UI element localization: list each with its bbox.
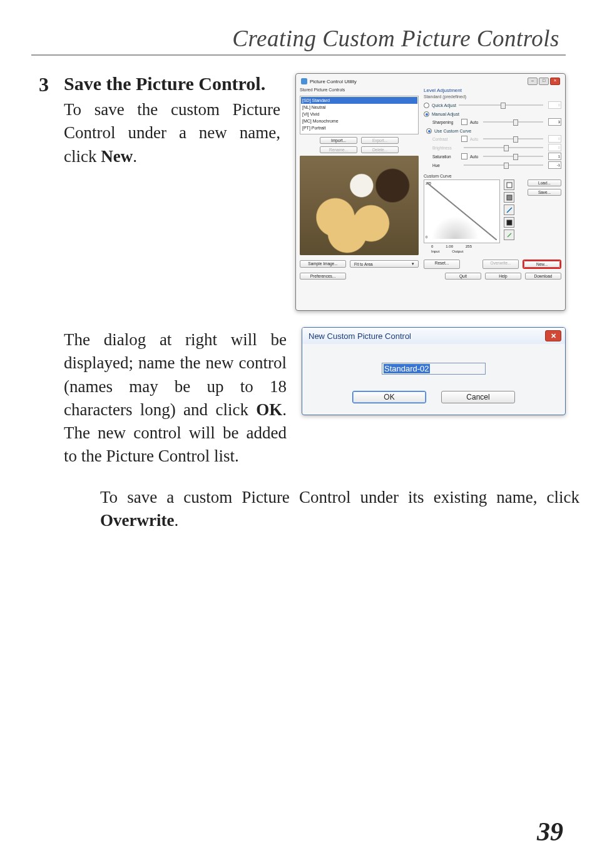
chapter-title: Creating Custom Picture Controls bbox=[31, 25, 559, 52]
reset-button[interactable]: Reset... bbox=[424, 260, 460, 269]
chapter-divider bbox=[31, 54, 566, 56]
overwrite-para-key: Overwrite bbox=[100, 511, 174, 530]
overwrite-para-pre: To save a custom Picture Control under i… bbox=[100, 488, 579, 507]
overwrite-para-post: . bbox=[174, 511, 178, 530]
list-item[interactable]: [NL] Neutral bbox=[301, 104, 417, 111]
curve-y-255: 255 bbox=[426, 181, 431, 185]
manual-adjust-radio[interactable] bbox=[424, 111, 429, 117]
chevron-down-icon: ▾ bbox=[412, 261, 414, 266]
step-number: 3 bbox=[31, 73, 49, 94]
list-item[interactable]: [SD] Standard bbox=[301, 97, 417, 104]
step-body-pre: To save the custom Picture Control under… bbox=[64, 100, 280, 166]
sharpening-auto-check[interactable] bbox=[461, 119, 467, 125]
saturation-slider[interactable] bbox=[483, 156, 543, 157]
level-adjustment-subtitle: Standard (predefined) bbox=[424, 94, 561, 99]
import-button[interactable]: Import... bbox=[320, 137, 357, 144]
quick-adjust-slider[interactable] bbox=[459, 104, 543, 106]
white-point-tool-icon[interactable] bbox=[504, 179, 514, 190]
dialog-description: The dialog at right will be displayed; n… bbox=[64, 328, 287, 468]
fit-to-area-label: Fit to Area bbox=[354, 262, 373, 266]
dialog-desc-key: OK bbox=[256, 400, 282, 419]
overwrite-button[interactable]: Overwrite... bbox=[482, 260, 519, 269]
app-logo-icon bbox=[301, 78, 307, 84]
step-body: To save the custom Picture Control under… bbox=[64, 98, 280, 168]
quick-adjust-label: Quick Adjust bbox=[432, 103, 456, 108]
save-curve-button[interactable]: Save... bbox=[528, 189, 561, 196]
output-axis-label: Output bbox=[452, 250, 463, 253]
minimize-button[interactable]: – bbox=[528, 78, 538, 85]
hue-slider[interactable] bbox=[464, 164, 543, 166]
black-point-tool-icon[interactable] bbox=[504, 217, 514, 228]
dialog-close-button[interactable]: ✕ bbox=[545, 330, 561, 341]
close-button[interactable]: × bbox=[550, 78, 560, 85]
add-point-tool-icon[interactable] bbox=[504, 204, 514, 215]
gray-point-tool-icon[interactable] bbox=[504, 192, 514, 203]
custom-curve-editor[interactable]: 255 0 bbox=[424, 179, 500, 243]
contrast-label: Contrast bbox=[432, 137, 459, 141]
brightness-slider bbox=[464, 147, 543, 148]
saturation-label: Saturation bbox=[432, 154, 459, 159]
list-item[interactable]: [VI] Vivid bbox=[301, 111, 417, 118]
contrast-auto-label: Auto bbox=[470, 137, 478, 141]
use-custom-curve-label: Use Custom Curve bbox=[434, 129, 471, 133]
help-button[interactable]: Help bbox=[485, 273, 521, 280]
list-item[interactable]: [PT] Portrait bbox=[301, 124, 417, 131]
dialog-desc-pre: The dialog at right will be displayed; n… bbox=[64, 330, 287, 419]
sample-image-preview bbox=[300, 156, 419, 255]
saturation-value: 1 bbox=[548, 153, 561, 160]
overwrite-paragraph: To save a custom Picture Control under i… bbox=[100, 486, 579, 533]
hue-label: Hue bbox=[432, 163, 459, 168]
maximize-button[interactable]: □ bbox=[539, 78, 549, 85]
window-title: Picture Control Utility bbox=[310, 79, 357, 84]
page-number: 39 bbox=[537, 817, 563, 847]
new-button[interactable]: New... bbox=[524, 261, 560, 268]
cancel-button[interactable]: Cancel bbox=[441, 391, 515, 403]
sharpening-label: Sharpening bbox=[432, 120, 459, 124]
name-input[interactable]: Standard-02 bbox=[382, 363, 486, 375]
input-axis-label: Input bbox=[431, 250, 439, 253]
sample-image-button[interactable]: Sample Image... bbox=[300, 260, 346, 268]
svg-rect-0 bbox=[507, 183, 512, 188]
load-curve-button[interactable]: Load... bbox=[528, 179, 561, 186]
new-custom-picture-control-dialog: New Custom Picture Control ✕ Standard-02… bbox=[302, 327, 566, 415]
new-button-callout: New... bbox=[523, 260, 561, 269]
stored-controls-listbox[interactable]: [SD] Standard [NL] Neutral [VI] Vivid [M… bbox=[300, 96, 419, 134]
quick-adjust-value: 0 bbox=[548, 101, 561, 109]
contrast-slider bbox=[483, 138, 543, 139]
export-button[interactable]: Export... bbox=[361, 137, 399, 144]
sharpening-auto-label: Auto bbox=[470, 120, 478, 124]
ok-button[interactable]: OK bbox=[352, 391, 426, 403]
brightness-label: Brightness bbox=[432, 146, 459, 150]
svg-rect-3 bbox=[507, 220, 512, 225]
step-body-post: . bbox=[133, 147, 137, 166]
name-input-value: Standard-02 bbox=[384, 364, 430, 373]
preferences-button[interactable]: Preferences... bbox=[300, 273, 346, 280]
curve-x-mid: 1.00 bbox=[446, 245, 453, 248]
contrast-auto-check bbox=[461, 136, 467, 142]
histogram-overlay bbox=[429, 201, 494, 239]
quick-adjust-radio[interactable] bbox=[424, 103, 429, 108]
step-heading: Save the Picture Control. bbox=[64, 73, 280, 94]
hue-value: -1 bbox=[548, 161, 561, 169]
quit-button[interactable]: Quit bbox=[445, 273, 481, 280]
download-button[interactable]: Download bbox=[525, 273, 561, 280]
manual-adjust-label: Manual Adjust bbox=[432, 112, 459, 116]
delete-button[interactable]: Delete... bbox=[361, 146, 399, 153]
curve-x-0: 0 bbox=[431, 245, 433, 248]
rename-button[interactable]: Rename... bbox=[320, 146, 357, 153]
sharpening-value: 3 bbox=[548, 118, 561, 126]
use-custom-curve-radio[interactable] bbox=[426, 128, 432, 134]
curve-y-0: 0 bbox=[426, 235, 431, 239]
saturation-auto-check[interactable] bbox=[461, 153, 467, 159]
stored-controls-label: Stored Picture Controls bbox=[300, 88, 419, 92]
fit-to-area-select[interactable]: Fit to Area ▾ bbox=[350, 260, 419, 268]
dialog-title: New Custom Picture Control bbox=[309, 331, 411, 341]
svg-line-2 bbox=[507, 208, 512, 213]
curve-x-255: 255 bbox=[466, 245, 472, 248]
saturation-auto-label: Auto bbox=[470, 154, 478, 159]
reset-curve-tool-icon[interactable] bbox=[504, 230, 514, 240]
level-adjustment-title: Level Adjustment bbox=[424, 88, 561, 93]
list-item[interactable]: [MC] Monochrome bbox=[301, 118, 417, 124]
sharpening-slider[interactable] bbox=[483, 121, 543, 123]
contrast-value: 0 bbox=[548, 135, 561, 143]
